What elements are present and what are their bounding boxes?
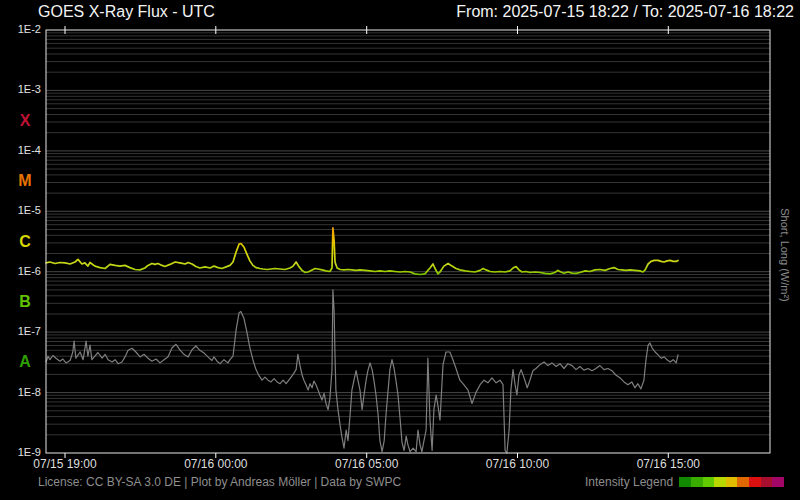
y-tick-label: 1E-6 xyxy=(0,265,41,277)
intensity-legend-swatches xyxy=(679,477,783,487)
legend-swatch xyxy=(737,477,749,487)
x-tick-label: 07/16 05:00 xyxy=(335,457,398,471)
x-tick-label: 07/16 15:00 xyxy=(637,457,700,471)
x-tick-label: 07/16 10:00 xyxy=(486,457,549,471)
legend-swatch xyxy=(679,477,691,487)
y-tick-label: 1E-5 xyxy=(0,204,41,216)
x-tick-label: 07/15 19:00 xyxy=(33,457,96,471)
legend-swatch xyxy=(761,477,773,487)
intensity-legend-label: Intensity Legend xyxy=(585,475,673,489)
y-tick-label: 1E-7 xyxy=(0,325,41,337)
intensity-legend: Intensity Legend xyxy=(585,475,784,489)
y-tick-label: 1E-8 xyxy=(0,386,41,398)
flare-class-x: X xyxy=(14,112,36,130)
goes-xray-flux-chart: GOES X-Ray Flux - UTC From: 2025-07-15 1… xyxy=(0,0,800,500)
y-tick-label: 1E-4 xyxy=(0,144,41,156)
legend-swatch xyxy=(726,477,738,487)
flare-class-c: C xyxy=(14,233,36,251)
plot-canvas xyxy=(0,0,800,500)
legend-swatch xyxy=(691,477,703,487)
license-text: License: CC BY-SA 3.0 DE | Plot by Andre… xyxy=(38,475,401,489)
legend-swatch xyxy=(772,477,784,487)
y-tick-label: 1E-3 xyxy=(0,83,41,95)
y-axis-right-title: Short, Long (W/m²) xyxy=(779,208,791,302)
flare-class-m: M xyxy=(14,172,36,190)
flare-class-b: B xyxy=(14,293,36,311)
x-tick-label: 07/16 00:00 xyxy=(184,457,247,471)
legend-swatch xyxy=(703,477,715,487)
flare-class-a: A xyxy=(14,353,36,371)
y-tick-label: 1E-2 xyxy=(0,23,41,35)
legend-swatch xyxy=(714,477,726,487)
legend-swatch xyxy=(749,477,761,487)
